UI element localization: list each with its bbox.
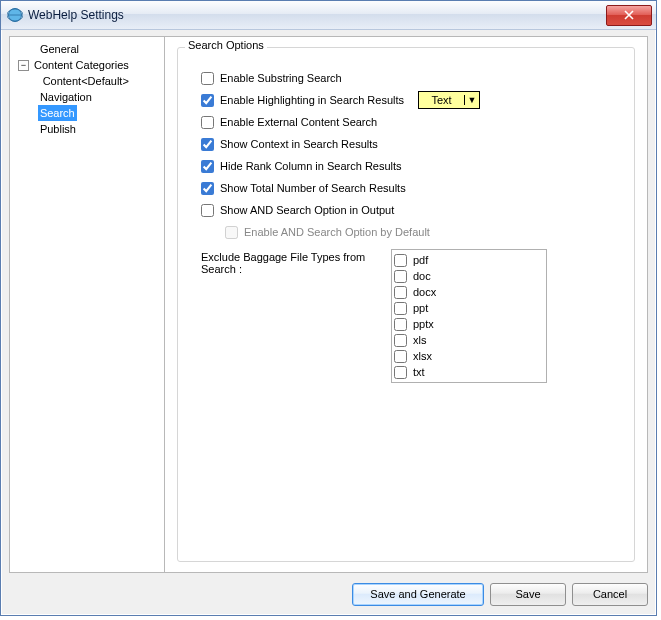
checkbox-hiderank[interactable] — [201, 160, 214, 173]
checkbox-and-output[interactable] — [201, 204, 214, 217]
checkbox-and-default — [225, 226, 238, 239]
chevron-down-icon: ▼ — [464, 95, 479, 105]
label-and-output: Show AND Search Option in Output — [220, 204, 394, 216]
checkbox-highlight[interactable] — [201, 94, 214, 107]
tree-item-publish[interactable]: Publish — [14, 121, 164, 137]
tree-item-general[interactable]: General — [14, 41, 164, 57]
highlight-dropdown[interactable]: Text▼ — [418, 91, 480, 109]
highlight-value: Text — [419, 94, 464, 106]
tree-item-search[interactable]: Search — [14, 105, 164, 121]
save-and-generate-button[interactable]: Save and Generate — [352, 583, 484, 606]
client-area: General −Content Categories Content<Defa… — [1, 29, 656, 615]
tree-collapse-icon[interactable]: − — [18, 60, 29, 71]
checkbox-total[interactable] — [201, 182, 214, 195]
cancel-button[interactable]: Cancel — [572, 583, 648, 606]
label-hiderank: Hide Rank Column in Search Results — [220, 160, 402, 172]
filetype-docx: docx — [413, 286, 436, 298]
filetype-ppt: ppt — [413, 302, 428, 314]
filetype-pdf: pdf — [413, 254, 428, 266]
settings-pane: Search Options Enable Substring Search E… — [165, 36, 648, 573]
tree-item-navigation[interactable]: Navigation — [14, 89, 164, 105]
label-substring: Enable Substring Search — [220, 72, 342, 84]
label-highlight: Enable Highlighting in Search Results — [220, 94, 404, 106]
exclude-label: Exclude Baggage File Types from Search : — [201, 249, 391, 275]
label-external: Enable External Content Search — [220, 116, 377, 128]
checkbox-filetype-ppt[interactable] — [394, 302, 407, 315]
close-icon — [624, 10, 634, 20]
checkbox-filetype-xls[interactable] — [394, 334, 407, 347]
filetype-txt: txt — [413, 366, 425, 378]
groupbox-legend: Search Options — [185, 39, 267, 51]
label-total: Show Total Number of Search Results — [220, 182, 406, 194]
save-button[interactable]: Save — [490, 583, 566, 606]
tree-item-content-default[interactable]: Content<Default> — [14, 73, 164, 89]
checkbox-context[interactable] — [201, 138, 214, 151]
filetype-pptx: pptx — [413, 318, 434, 330]
window-title: WebHelp Settings — [28, 8, 606, 22]
exclude-listbox[interactable]: pdf doc docx ppt pptx xls xlsx txt — [391, 249, 547, 383]
filetype-xlsx: xlsx — [413, 350, 432, 362]
checkbox-filetype-pptx[interactable] — [394, 318, 407, 331]
dialog-window: WebHelp Settings General −Content Catego… — [0, 0, 657, 616]
label-context: Show Context in Search Results — [220, 138, 378, 150]
tree-item-content-categories[interactable]: −Content Categories — [14, 57, 164, 73]
dialog-footer: Save and Generate Save Cancel — [9, 581, 648, 607]
filetype-xls: xls — [413, 334, 426, 346]
checkbox-filetype-pdf[interactable] — [394, 254, 407, 267]
nav-tree[interactable]: General −Content Categories Content<Defa… — [9, 36, 165, 573]
titlebar[interactable]: WebHelp Settings — [1, 1, 656, 30]
app-icon — [7, 7, 23, 23]
checkbox-filetype-docx[interactable] — [394, 286, 407, 299]
close-button[interactable] — [606, 5, 652, 26]
checkbox-filetype-xlsx[interactable] — [394, 350, 407, 363]
checkbox-substring[interactable] — [201, 72, 214, 85]
checkbox-external[interactable] — [201, 116, 214, 129]
filetype-doc: doc — [413, 270, 431, 282]
checkbox-filetype-doc[interactable] — [394, 270, 407, 283]
label-and-default: Enable AND Search Option by Default — [244, 226, 430, 238]
checkbox-filetype-txt[interactable] — [394, 366, 407, 379]
